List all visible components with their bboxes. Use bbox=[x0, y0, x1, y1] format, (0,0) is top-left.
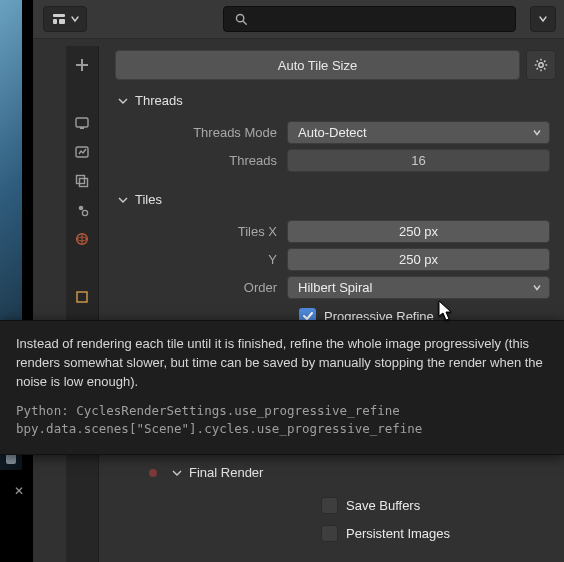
tab-tool-icon[interactable] bbox=[69, 52, 95, 78]
svg-point-16 bbox=[539, 63, 543, 67]
tab-render-icon[interactable] bbox=[69, 110, 95, 136]
save-buffers-label: Save Buffers bbox=[346, 498, 420, 513]
section-threads-title: Threads bbox=[135, 93, 183, 108]
svg-rect-10 bbox=[77, 176, 85, 184]
editor-type-pulldown[interactable] bbox=[43, 6, 87, 32]
svg-line-24 bbox=[537, 68, 538, 69]
close-icon[interactable]: ✕ bbox=[14, 484, 24, 498]
tiles-x-field[interactable]: 250 px bbox=[287, 220, 550, 243]
editor-header bbox=[33, 0, 564, 39]
svg-line-4 bbox=[243, 21, 246, 24]
tab-viewlayer-icon[interactable] bbox=[69, 168, 95, 194]
svg-point-12 bbox=[79, 206, 84, 211]
svg-line-23 bbox=[544, 61, 545, 62]
properties-tabs bbox=[66, 46, 99, 562]
tab-output-icon[interactable] bbox=[69, 139, 95, 165]
svg-rect-7 bbox=[76, 118, 88, 127]
chevron-down-icon bbox=[533, 280, 541, 295]
svg-rect-2 bbox=[59, 19, 65, 24]
tooltip-python-line1: Python: CyclesRenderSettings.use_progres… bbox=[16, 402, 548, 420]
svg-rect-6 bbox=[81, 59, 83, 71]
chevron-down-icon bbox=[117, 194, 129, 206]
section-tiles-header[interactable]: Tiles bbox=[117, 187, 558, 212]
tiles-y-label: Y bbox=[117, 252, 287, 267]
tiles-order-label: Order bbox=[117, 280, 287, 295]
threads-count-label: Threads bbox=[117, 153, 287, 168]
tiles-y-value: 250 px bbox=[399, 252, 438, 267]
tab-world-icon[interactable] bbox=[69, 226, 95, 252]
chevron-down-icon bbox=[171, 467, 183, 479]
tiles-order-dropdown[interactable]: Hilbert Spiral bbox=[287, 276, 550, 299]
threads-mode-value: Auto-Detect bbox=[298, 125, 367, 140]
svg-rect-15 bbox=[77, 292, 87, 302]
svg-rect-11 bbox=[80, 179, 88, 187]
options-pulldown[interactable] bbox=[530, 6, 556, 32]
threads-count-field[interactable]: 16 bbox=[287, 149, 550, 172]
section-tiles: Tiles Tiles X 250 px Y 250 px Order bbox=[105, 183, 558, 338]
threads-mode-dropdown[interactable]: Auto-Detect bbox=[287, 121, 550, 144]
persistent-images-row[interactable]: Persistent Images bbox=[321, 521, 558, 545]
svg-line-21 bbox=[537, 61, 538, 62]
threads-count-value: 16 bbox=[411, 153, 425, 168]
tooltip: Instead of rendering each tile until it … bbox=[0, 320, 564, 455]
tooltip-body: Instead of rendering each tile until it … bbox=[16, 335, 548, 392]
save-buffers-checkbox[interactable] bbox=[321, 497, 338, 514]
tiles-y-field[interactable]: 250 px bbox=[287, 248, 550, 271]
chevron-down-icon bbox=[117, 95, 129, 107]
svg-rect-8 bbox=[80, 127, 84, 129]
save-buffers-row[interactable]: Save Buffers bbox=[321, 493, 558, 517]
tab-scene-icon[interactable] bbox=[69, 197, 95, 223]
persistent-images-label: Persistent Images bbox=[346, 526, 450, 541]
tooltip-python-line2: bpy.data.scenes["Scene"].cycles.use_prog… bbox=[16, 420, 548, 438]
tiles-x-value: 250 px bbox=[399, 224, 438, 239]
properties-content: Auto Tile Size Threads Threads Mode bbox=[99, 46, 564, 562]
svg-line-22 bbox=[544, 68, 545, 69]
svg-rect-1 bbox=[53, 19, 57, 24]
panel-settings-button[interactable] bbox=[526, 50, 556, 80]
persistent-images-checkbox[interactable] bbox=[321, 525, 338, 542]
chevron-down-icon bbox=[533, 125, 541, 140]
section-tiles-title: Tiles bbox=[135, 192, 162, 207]
threads-mode-label: Threads Mode bbox=[117, 125, 287, 140]
search-input[interactable] bbox=[223, 6, 516, 32]
section-final-render-title: Final Render bbox=[189, 465, 263, 480]
svg-rect-0 bbox=[53, 14, 65, 17]
auto-tile-size-button[interactable]: Auto Tile Size bbox=[115, 50, 520, 80]
section-viewport: Viewport bbox=[105, 555, 558, 562]
tiles-order-value: Hilbert Spiral bbox=[298, 280, 372, 295]
section-threads: Threads Threads Mode Auto-Detect Thr bbox=[105, 84, 558, 183]
properties-editor: Auto Tile Size Threads Threads Mode bbox=[33, 0, 564, 562]
tiles-x-label: Tiles X bbox=[117, 224, 287, 239]
section-threads-header[interactable]: Threads bbox=[117, 88, 558, 113]
auto-tile-size-label: Auto Tile Size bbox=[278, 58, 358, 73]
svg-point-13 bbox=[82, 210, 87, 215]
section-final-render: Final Render Save Buffers Persistent Ima… bbox=[105, 456, 558, 555]
section-final-render-header[interactable]: Final Render bbox=[149, 460, 558, 485]
tab-object-icon[interactable] bbox=[69, 284, 95, 310]
